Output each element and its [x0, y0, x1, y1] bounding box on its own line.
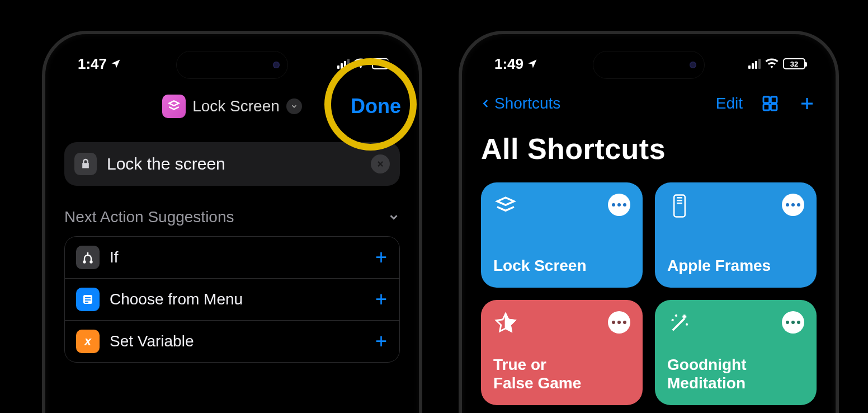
- add-suggestion-button[interactable]: +: [375, 246, 387, 269]
- dynamic-island: [176, 51, 288, 79]
- phone-frame-left: 1:47 Lock Screen Do: [42, 31, 422, 413]
- branch-icon: [76, 246, 100, 269]
- battery-level: 32: [790, 60, 798, 68]
- shortcut-glyph-icon: [162, 95, 186, 118]
- suggestion-item-setvar[interactable]: x Set Variable +: [65, 320, 399, 362]
- shortcut-card-lock-screen[interactable]: Lock Screen: [481, 182, 643, 288]
- svg-rect-8: [763, 104, 770, 110]
- side-button: [459, 275, 461, 328]
- clear-action-button[interactable]: [371, 154, 390, 173]
- star-icon: [493, 311, 518, 336]
- card-menu-button[interactable]: [782, 194, 804, 216]
- action-label: Lock the screen: [107, 154, 225, 173]
- cellular-icon: [337, 59, 350, 69]
- side-button: [420, 213, 422, 286]
- dynamic-island: [593, 51, 705, 79]
- svg-rect-5: [85, 302, 88, 303]
- cellular-icon: [748, 59, 761, 69]
- svg-rect-7: [771, 97, 777, 103]
- add-suggestion-button[interactable]: +: [375, 330, 387, 353]
- svg-point-0: [84, 261, 86, 263]
- side-button: [459, 208, 461, 261]
- svg-rect-6: [763, 97, 770, 103]
- suggestion-item-menu[interactable]: Choose from Menu +: [65, 278, 399, 320]
- variable-icon: x: [76, 330, 100, 353]
- wifi-icon: [765, 58, 779, 69]
- location-icon: [527, 58, 538, 69]
- location-icon: [110, 58, 121, 69]
- shortcut-card-true-false[interactable]: True or False Game: [481, 300, 643, 405]
- side-button: [42, 208, 44, 261]
- card-menu-button[interactable]: [782, 311, 804, 334]
- side-button: [42, 275, 44, 328]
- phone-frame-icon: [667, 194, 692, 218]
- layers-icon: [493, 194, 518, 218]
- suggestion-label: Set Variable: [110, 332, 194, 350]
- side-button: [42, 166, 44, 194]
- edit-button[interactable]: Edit: [716, 95, 743, 112]
- action-row-lock-screen[interactable]: Lock the screen: [64, 142, 400, 186]
- page-title: All Shortcuts: [481, 132, 817, 166]
- suggestions-list: If + Choose from Menu + x Set Variable +: [64, 236, 400, 363]
- suggestion-label: If: [110, 248, 119, 266]
- svg-point-1: [91, 261, 92, 263]
- title-chevron-button[interactable]: [286, 98, 302, 114]
- svg-rect-9: [771, 104, 777, 110]
- card-menu-button[interactable]: [608, 194, 630, 216]
- done-button[interactable]: Done: [345, 90, 407, 123]
- shortcut-card-goodnight[interactable]: Goodnight Meditation: [655, 300, 817, 405]
- back-label: Shortcuts: [494, 95, 560, 112]
- library-nav-bar: Shortcuts Edit: [481, 87, 817, 120]
- card-label: True or False Game: [493, 355, 630, 393]
- suggestions-header[interactable]: Next Action Suggestions: [64, 208, 400, 226]
- shortcut-title[interactable]: Lock Screen: [192, 97, 280, 115]
- status-time: 1:47: [78, 55, 107, 73]
- lock-icon: [74, 153, 97, 175]
- svg-rect-4: [85, 299, 91, 301]
- chevron-left-icon: [481, 96, 491, 111]
- shortcut-grid: Lock Screen Apple Frames: [481, 182, 817, 405]
- suggestions-header-label: Next Action Suggestions: [64, 208, 234, 226]
- suggestion-label: Choose from Menu: [110, 290, 243, 308]
- editor-nav-bar: Lock Screen Done: [64, 87, 400, 125]
- side-button: [837, 213, 839, 286]
- status-time: 1:49: [494, 55, 523, 73]
- side-button: [459, 166, 461, 194]
- chevron-down-icon: [388, 211, 400, 223]
- back-button[interactable]: Shortcuts: [481, 95, 560, 112]
- suggestion-item-if[interactable]: If +: [65, 237, 399, 278]
- card-label: Apple Frames: [667, 256, 804, 275]
- svg-rect-3: [85, 297, 91, 298]
- card-menu-button[interactable]: [608, 311, 630, 334]
- menu-icon: [76, 288, 100, 311]
- card-label: Goodnight Meditation: [667, 355, 804, 393]
- card-label: Lock Screen: [493, 256, 630, 275]
- wifi-icon: [354, 58, 367, 69]
- wand-icon: [667, 311, 692, 336]
- add-suggestion-button[interactable]: +: [375, 288, 387, 311]
- battery-icon: 32: [783, 58, 805, 69]
- phone-frame-right: 1:49 32 Shortcuts Edit: [459, 31, 839, 413]
- battery-icon: [372, 58, 389, 69]
- view-mode-button[interactable]: [761, 94, 780, 113]
- new-shortcut-button[interactable]: [798, 94, 817, 113]
- shortcut-card-apple-frames[interactable]: Apple Frames: [655, 182, 817, 288]
